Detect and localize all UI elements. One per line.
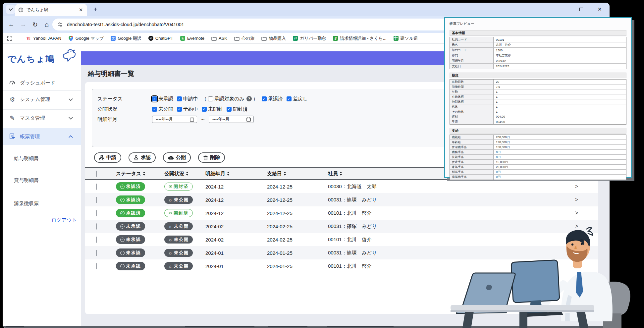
preview-title: 帳票プレビュー <box>450 22 626 26</box>
preview-field-value: 1300 <box>494 48 626 53</box>
month-cell: 2024-12 <box>205 184 267 190</box>
gear-icon: ⚙ <box>9 96 16 103</box>
reload-button[interactable]: ↻ <box>30 16 40 33</box>
checkbox-approved[interactable]: ✓ <box>262 96 267 101</box>
preview-field-value: 1 <box>494 94 626 99</box>
status-filter-label: ステータス <box>97 96 152 102</box>
bookmark-seikyu[interactable]: 8請求情報詳細 - さくら... <box>333 35 386 41</box>
filter-unapproved[interactable]: ✓未承認 <box>152 96 173 102</box>
bookmark-kensol[interactable]: 十建ソル還 <box>394 35 418 41</box>
window-minimize-button[interactable]: — <box>559 6 566 13</box>
checkbox-applying[interactable]: ✓ <box>177 96 182 101</box>
bookmark-buppin[interactable]: 物品購入 <box>261 35 286 41</box>
sidebar-item-bonus-slip[interactable]: 賞与明細書 <box>14 177 39 184</box>
home-button[interactable]: ⌂ <box>42 16 51 33</box>
forward-button[interactable]: → <box>19 16 28 33</box>
column-header-open[interactable]: 公開状況 <box>164 171 205 177</box>
approve-button[interactable]: 承認 <box>129 152 156 163</box>
help-icon[interactable]: ? <box>246 96 252 101</box>
period-from-input[interactable]: ----年--月 <box>152 116 197 123</box>
row-chevron-icon[interactable]: > <box>575 184 598 190</box>
preview-field-label: 代休 <box>450 104 494 109</box>
preview-field-value: 1 <box>494 109 626 114</box>
checkbox-approval-only[interactable] <box>208 96 213 101</box>
bookmark-google-translate[interactable]: 文Google 翻訳 <box>111 35 141 41</box>
apply-button[interactable]: 申請 <box>94 152 121 163</box>
row-checkbox[interactable] <box>96 184 97 190</box>
bookmark-evernote[interactable]: EEvernote <box>180 36 204 41</box>
sidebar-item-system[interactable]: ⚙ システム管理 <box>3 92 81 107</box>
preview-field-value: 00101 <box>494 37 626 42</box>
preview-field-label: 氏名 <box>450 42 494 47</box>
sidebar-item-report[interactable]: 帳票管理 <box>3 128 81 145</box>
filter-rejected[interactable]: ✓差戻し <box>287 96 308 102</box>
invoice-icon: 8 <box>333 36 338 41</box>
column-header-month[interactable]: 明細年月 <box>205 171 267 177</box>
row-checkbox[interactable] <box>96 223 97 230</box>
row-checkbox[interactable] <box>96 250 97 256</box>
bookmark-chatgpt[interactable]: ✳ChatGPT <box>148 36 173 41</box>
row-checkbox[interactable] <box>96 263 97 269</box>
checkbox-opened[interactable]: ✓ <box>227 107 232 112</box>
window-close-button[interactable]: ✕ <box>596 6 604 13</box>
back-button[interactable]: ← <box>7 16 16 33</box>
bookmark-gulliver[interactable]: ⇄ガリバー勤怠 <box>293 35 326 41</box>
logo-bird-icon <box>58 49 76 64</box>
sitemap-icon <box>99 155 104 160</box>
open-status-badge: ✉開封済 <box>164 209 193 217</box>
select-all-checkbox[interactable] <box>96 171 97 177</box>
bookmark-yahoo[interactable]: Y!Yahoo! JAPAN <box>26 36 61 41</box>
window-maximize-button[interactable] <box>577 6 585 13</box>
delete-button[interactable]: 削除 <box>198 152 225 163</box>
chevron-up-icon <box>69 135 73 139</box>
filter-approval-only[interactable]: （承認対象のみ?） <box>202 96 258 102</box>
preview-field-label: 管理職手当 <box>450 145 494 149</box>
sidebar-item-dashboard[interactable]: ダッシュボード <box>3 76 81 90</box>
sidebar-item-master[interactable]: ✎ マスタ管理 <box>3 111 81 125</box>
table-row[interactable]: ✓承認済☼未公開2024-122024-12-2500031：篠塚 みどり> <box>85 193 598 206</box>
column-header-payday[interactable]: 支給日 <box>267 171 328 177</box>
preview-field-value: 150,000円 <box>494 145 626 149</box>
browser-tab[interactable]: でんちょ鳩 ✕ <box>15 4 87 16</box>
new-tab-button[interactable]: + <box>91 5 99 13</box>
tab-search-button[interactable] <box>6 5 15 14</box>
checkbox-unpublished[interactable]: ✓ <box>152 107 157 112</box>
publish-button[interactable]: 公開 <box>163 152 191 163</box>
checkbox-reserved[interactable]: ✓ <box>177 107 182 112</box>
tab-close-icon[interactable]: ✕ <box>78 7 84 13</box>
row-checkbox[interactable] <box>96 210 97 216</box>
checkbox-unopened[interactable]: ✓ <box>202 107 207 112</box>
period-to-input[interactable]: ----年--月 <box>209 116 254 123</box>
sidebar-item-salary-slip[interactable]: 給与明細書 <box>14 155 39 162</box>
table-row[interactable]: ✓承認済✉開封済2024-122024-12-2500030：北海道 太郎> <box>85 180 598 193</box>
app-logo: でんちょ鳩 <box>7 53 55 65</box>
filter-unopened[interactable]: ✓未開封 <box>202 106 223 112</box>
logout-link[interactable]: ログアウト <box>51 217 77 223</box>
filter-approved[interactable]: ✓承認済 <box>262 96 283 102</box>
month-cell: 2024-01 <box>205 263 267 269</box>
filter-opened[interactable]: ✓開封済 <box>227 106 248 112</box>
preview-field-label: 遅刻 <box>450 114 494 119</box>
sidebar-item-withholding-slip[interactable]: 源泉徴収票 <box>14 200 39 207</box>
checkbox-rejected[interactable]: ✓ <box>287 96 292 101</box>
preview-table: 職能給200,000円年齢給120,000円管理職手当150,000円職務手当0… <box>450 135 626 180</box>
filter-reserved[interactable]: ✓予約中 <box>177 106 198 112</box>
column-header-status[interactable]: ステータス <box>116 171 164 177</box>
bookmark-kokoro[interactable]: 心の旅 <box>234 35 254 41</box>
preview-field-label: 住宅手当 <box>450 160 494 164</box>
preview-field-label: 明細年月 <box>450 58 494 63</box>
checkbox-unapproved[interactable]: ✓ <box>152 96 157 101</box>
preview-field-label: その他休 <box>450 109 494 114</box>
filter-unpublished[interactable]: ✓未公開 <box>152 106 173 112</box>
row-chevron-icon[interactable]: > <box>575 197 598 203</box>
bookmark-google-maps[interactable]: Google マップ <box>68 35 104 41</box>
row-checkbox[interactable] <box>96 237 97 243</box>
bookmark-ask[interactable]: ASK <box>211 36 227 41</box>
preview-field-label: 社員コード <box>450 37 494 42</box>
filter-applying[interactable]: ✓申請中 <box>177 96 198 102</box>
apps-grid-icon[interactable] <box>7 36 12 41</box>
preview-field-value: 北川 啓介 <box>494 42 626 47</box>
row-checkbox[interactable] <box>96 197 97 203</box>
sort-icon <box>284 172 286 176</box>
preview-field-value: 20 <box>494 80 626 84</box>
